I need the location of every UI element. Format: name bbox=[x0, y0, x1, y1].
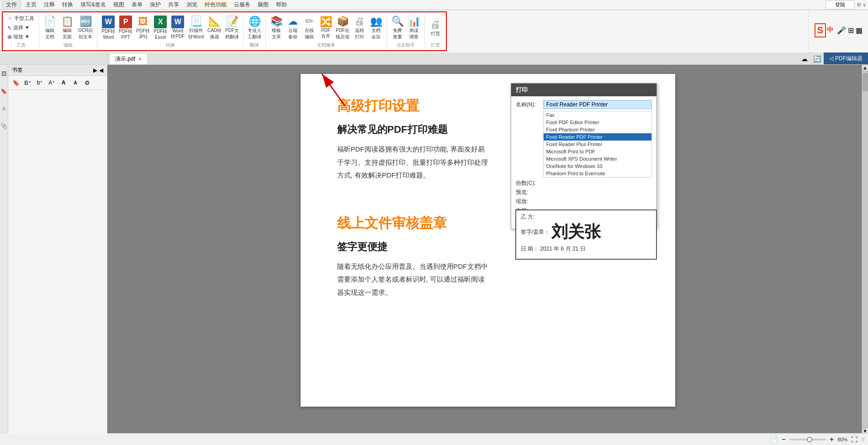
bookmark-settings-btn[interactable]: ⚙ bbox=[82, 78, 92, 88]
online-edit-btn[interactable]: ✏ 在线编辑 bbox=[302, 15, 317, 41]
cloud-backup-btn[interactable]: ☁ 云端备份 bbox=[285, 15, 301, 41]
zoom-slider-track[interactable] bbox=[789, 439, 826, 440]
font-smaller-btn[interactable]: A bbox=[70, 78, 80, 88]
bookmark-header: 书签 ▶ ◀ bbox=[8, 65, 107, 76]
pdf-editor-label: PDF编辑器 bbox=[835, 55, 863, 63]
edit-doc-btn[interactable]: 📄 编辑文档 bbox=[42, 15, 58, 41]
zoom-plus-btn[interactable]: + bbox=[828, 435, 836, 444]
bookmark-sidebar-icon[interactable]: 🔖 bbox=[0, 84, 8, 99]
add-bookmark-btn[interactable]: B⁺ bbox=[23, 78, 33, 88]
menu-comment[interactable]: 注释 bbox=[40, 0, 58, 10]
pdf-to-jpg-btn[interactable]: 🖼 PDF转JPG bbox=[135, 15, 151, 40]
add-child-btn[interactable]: b⁺ bbox=[35, 78, 45, 88]
scroll-up-btn[interactable]: ▲ bbox=[862, 65, 868, 71]
zoom-controls: 📄 − + 80% ⛶ // bbox=[770, 435, 864, 444]
menu-help[interactable]: 帮助 bbox=[272, 0, 291, 10]
thumbnail-icon[interactable]: 🖼 bbox=[0, 67, 8, 81]
printer-ms-xps[interactable]: Microsoft XPS Document Writer bbox=[544, 155, 651, 162]
printer-evernote[interactable]: Phantom Print to Evernote bbox=[544, 170, 651, 177]
print-zoom-label: 缩放: bbox=[516, 198, 543, 205]
remote-print-btn[interactable]: 🖨 远程打印 bbox=[352, 15, 367, 41]
pdf-editor-btn[interactable]: ◁ PDF编辑器 bbox=[824, 52, 868, 64]
menu-browse[interactable]: 浏览 bbox=[183, 0, 201, 10]
zoom-minus-btn[interactable]: − bbox=[780, 435, 788, 444]
pdf-merge-btn[interactable]: 🔀 PDF合并 bbox=[318, 15, 333, 40]
rename-btn[interactable]: A⁺ bbox=[47, 78, 57, 88]
menu-cloud[interactable]: 云服务 bbox=[230, 0, 254, 10]
bookmark-collapse-icon[interactable]: ◀ bbox=[99, 67, 103, 73]
printer-ms-pdf[interactable]: Microsoft Print to PDF bbox=[544, 148, 651, 155]
cad-btn[interactable]: 📐 CAD转换器 bbox=[206, 15, 223, 41]
menu-convert[interactable]: 转换 bbox=[58, 0, 77, 10]
menu-fill-sign[interactable]: 填写&签名 bbox=[77, 0, 110, 10]
printer-fax[interactable]: Fax bbox=[544, 111, 651, 119]
ribbon-docservice-group: 📚 模板文库 ☁ 云端备份 ✏ 在线编辑 🔀 PDF合并 📦 PDF在 bbox=[266, 13, 387, 49]
attachment-icon[interactable]: 📎 bbox=[0, 119, 8, 133]
zoom-tool-btn[interactable]: ⊕ 缩放 ▼ bbox=[5, 32, 36, 41]
pdf-page: 高级打印设置 解决常见的PDF打印难题 福昕PDF阅读器拥有强大的打印功能, 界… bbox=[301, 74, 675, 407]
doc-meeting-btn[interactable]: 👥 文档会议 bbox=[368, 15, 384, 41]
pdf-to-excel-btn[interactable]: X PDF转Excel bbox=[152, 15, 169, 41]
font-larger-btn[interactable]: A bbox=[58, 78, 69, 88]
bookmark-toolbar: 🔖 B⁺ b⁺ A⁺ A A ⚙ bbox=[8, 76, 107, 90]
printer-foxit-reader[interactable]: Foxit Reader PDF Printer bbox=[544, 133, 651, 141]
menu-file[interactable]: 文件 bbox=[2, 0, 21, 10]
pdf-to-word-btn[interactable]: W PDF转Word bbox=[100, 15, 116, 41]
bookmark-icon-btn[interactable]: 🔖 bbox=[11, 78, 21, 88]
pro-translate-btn[interactable]: 🌐 专业人工翻译 bbox=[246, 15, 263, 41]
bookmark-title: 书签 bbox=[12, 66, 23, 74]
layers-icon[interactable]: ≡ bbox=[0, 101, 8, 116]
print-action-btn[interactable]: 🖨 打宽 bbox=[428, 18, 443, 38]
bookmark-expand-icon[interactable]: ▶ bbox=[93, 67, 97, 73]
print-name-row: 名称(N): Foxit Reader PDF Printer bbox=[516, 100, 652, 109]
printer-foxit-editor[interactable]: Foxit PDF Editor Printer bbox=[544, 119, 651, 126]
free-check-btn[interactable]: 🔍 免费查重 bbox=[390, 15, 405, 41]
pdf-compress-btn[interactable]: 📦 PDF在线压缩 bbox=[334, 15, 351, 41]
translate-group-label: 翻译 bbox=[250, 42, 259, 48]
read-survey-btn[interactable]: 📊 阅读调查 bbox=[406, 15, 422, 41]
pdf-to-ppt-btn[interactable]: P PDF转PPT bbox=[117, 15, 134, 41]
menu-special[interactable]: 特色功能 bbox=[201, 0, 230, 10]
select-tool-btn[interactable]: ↖ 选择 ▼ bbox=[5, 23, 36, 32]
fullscreen-btn[interactable]: ⛶ bbox=[849, 436, 859, 443]
printer-onenote[interactable]: OneNote for Windows 10 bbox=[544, 162, 651, 170]
grid-icon[interactable]: ⊞ bbox=[848, 26, 854, 35]
word-to-pdf-btn[interactable]: W Word转PDF bbox=[169, 15, 186, 41]
template-btn[interactable]: 📚 模板文库 bbox=[269, 15, 284, 41]
pdf-translate-btn[interactable]: 📝 PDF文档翻译 bbox=[224, 15, 240, 41]
print-dialog: 打印 名称(N): Foxit Reader PDF Printer Fax F… bbox=[511, 83, 657, 229]
scroll-thumb[interactable] bbox=[863, 73, 868, 91]
active-tab[interactable]: 演示.pdf ✕ bbox=[109, 53, 148, 64]
zoom-slider-thumb[interactable] bbox=[807, 437, 812, 442]
print-name-input[interactable]: Foxit Reader PDF Printer bbox=[543, 100, 652, 109]
section1: 高级打印设置 解决常见的PDF打印难题 福昕PDF阅读器拥有强大的打印功能, 界… bbox=[337, 97, 639, 182]
edit-page-btn[interactable]: 📋 编辑页面 bbox=[59, 15, 75, 41]
tab-close-icon[interactable]: ✕ bbox=[138, 57, 142, 62]
top-right-logo: S 中 🎤 ⊞ ▦ bbox=[809, 10, 868, 50]
ribbon-outline-box: ☞ 手型工具 ↖ 选择 ▼ ⊕ 缩放 ▼ 工具 📄 编辑文档 bbox=[2, 11, 447, 51]
sync-icon[interactable]: 🔄 bbox=[810, 53, 824, 64]
scrollbar[interactable]: ▲ ▼ bbox=[862, 65, 868, 434]
ocr-btn[interactable]: 🔤 OCR识别文本 bbox=[77, 15, 94, 41]
scan-to-word-btn[interactable]: 📃 扫描件转Word bbox=[187, 15, 205, 41]
search-input-area[interactable]: 登陆 bbox=[826, 0, 855, 9]
menu-share[interactable]: 共享 bbox=[164, 0, 183, 10]
tab-bar: 演示.pdf ✕ ☁ 🔄 ◁ PDF编辑器 bbox=[0, 53, 868, 65]
printer-foxit-plus[interactable]: Foxit Reader Plus Printer bbox=[544, 141, 651, 148]
cloud-icon[interactable]: ☁ bbox=[799, 53, 810, 64]
menu-home[interactable]: 主页 bbox=[22, 0, 40, 10]
menu-protect[interactable]: 保护 bbox=[146, 0, 164, 10]
menu-view[interactable]: 视图 bbox=[110, 0, 128, 10]
mic-icon[interactable]: 🎤 bbox=[837, 26, 846, 35]
hand-tool-btn[interactable]: ☞ 手型工具 bbox=[5, 14, 36, 23]
printer-foxit-phantom[interactable]: Foxit Phantom Printer bbox=[544, 126, 651, 133]
apps-icon[interactable]: ▦ bbox=[856, 26, 863, 35]
tab-label: 演示.pdf bbox=[115, 55, 135, 63]
print-preview-row: 预览: bbox=[516, 188, 652, 196]
status-bar: 📄 − + 80% ⛶ // bbox=[107, 433, 868, 445]
ribbon-assistant-group: 🔍 免费查重 📊 阅读调查 论文助手 bbox=[387, 13, 425, 49]
logo-text: 中 bbox=[827, 26, 833, 34]
zoom-level: 80% bbox=[837, 437, 847, 442]
menu-form[interactable]: 表单 bbox=[128, 0, 146, 10]
menu-mindmap[interactable]: 脑图 bbox=[254, 0, 272, 10]
